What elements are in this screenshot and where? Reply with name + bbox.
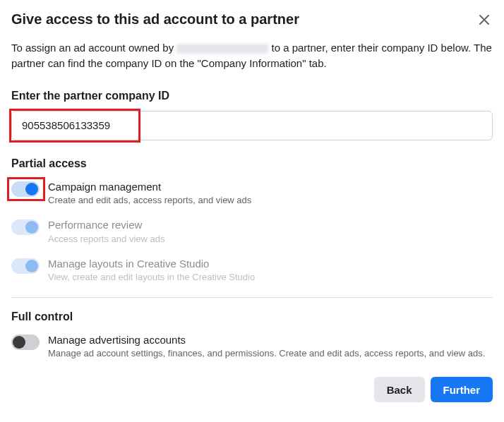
toggle-manage-layouts[interactable]	[11, 258, 40, 274]
partial-access-heading: Partial access	[11, 157, 493, 170]
toggle-manage-accounts[interactable]	[11, 334, 40, 350]
toggle-title-performance: Performance review	[48, 218, 493, 232]
further-button[interactable]: Further	[431, 377, 493, 402]
toggle-title-full: Manage advertising accounts	[48, 333, 493, 347]
desc-before: To assign an ad account owned by	[11, 42, 176, 54]
dialog-title: Give access to this ad account to a part…	[11, 11, 299, 28]
toggle-row-campaign: Campaign management Create and edit ads,…	[11, 180, 493, 207]
toggle-title-campaign: Campaign management	[48, 180, 493, 194]
back-button[interactable]: Back	[374, 377, 425, 402]
toggle-title-layouts: Manage layouts in Creative Studio	[48, 257, 493, 271]
dialog-description: To assign an ad account owned by to a pa…	[11, 40, 493, 71]
toggle-desc-performance: Access reports and view ads	[48, 233, 493, 246]
toggle-desc-layouts: View, create and edit layouts in the Cre…	[48, 271, 493, 284]
redacted-owner	[176, 44, 268, 54]
full-control-heading: Full control	[11, 311, 493, 323]
toggle-desc-campaign: Create and edit ads, access reports, and…	[48, 194, 493, 207]
dialog-footer: Back Further	[11, 377, 493, 402]
close-icon[interactable]	[476, 11, 493, 30]
section-divider	[11, 297, 493, 298]
toggle-performance-review[interactable]	[11, 219, 40, 235]
toggle-row-layouts: Manage layouts in Creative Studio View, …	[11, 257, 493, 284]
company-id-input-wrap	[11, 111, 493, 140]
toggle-row-performance: Performance review Access reports and vi…	[11, 218, 493, 246]
company-id-input[interactable]	[11, 111, 493, 140]
toggle-row-full: Manage advertising accounts Manage ad ac…	[11, 333, 493, 361]
toggle-campaign-management[interactable]	[11, 181, 40, 197]
toggle-desc-full: Manage ad account settings, finances, an…	[48, 347, 493, 360]
company-id-label: Enter the partner company ID	[11, 90, 493, 102]
